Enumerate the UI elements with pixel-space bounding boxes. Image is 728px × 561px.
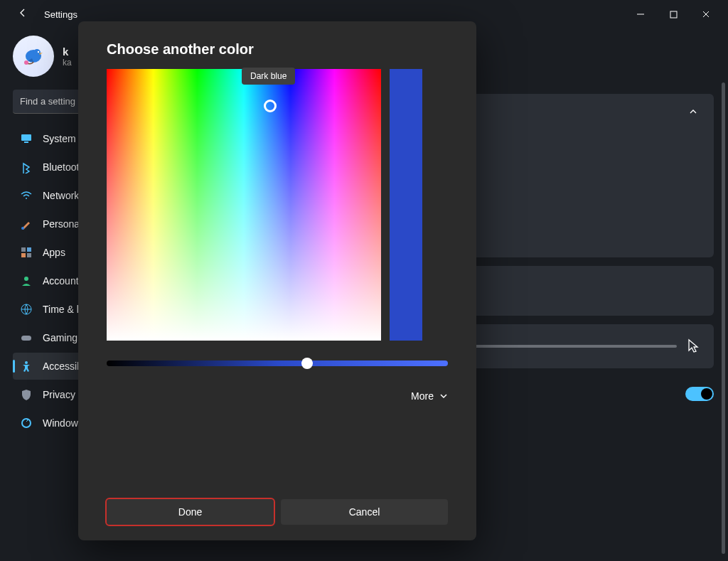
svg-point-12 xyxy=(24,277,28,281)
value-slider-thumb[interactable] xyxy=(301,358,313,369)
done-button[interactable]: Done xyxy=(107,499,274,525)
dialog-title: Choose another color xyxy=(107,41,448,58)
sidebar-item-label: Apps xyxy=(43,247,65,258)
svg-point-15 xyxy=(25,361,28,364)
gamepad-icon xyxy=(20,331,33,344)
svg-point-16 xyxy=(22,419,31,427)
minimize-button[interactable] xyxy=(624,3,657,26)
scrollbar[interactable] xyxy=(722,82,725,554)
window-controls xyxy=(624,3,722,26)
value-slider[interactable] xyxy=(107,360,448,366)
wifi-icon xyxy=(20,189,33,202)
color-field[interactable]: Dark blue xyxy=(107,69,381,341)
maximize-button[interactable] xyxy=(657,3,690,26)
svg-rect-9 xyxy=(27,247,31,252)
svg-point-2 xyxy=(33,49,41,56)
cursor-preview-icon xyxy=(687,338,700,354)
chevron-down-icon xyxy=(439,392,448,400)
svg-rect-14 xyxy=(21,336,31,341)
touch-toggle[interactable] xyxy=(685,387,714,401)
svg-rect-10 xyxy=(21,253,26,257)
avatar xyxy=(13,36,54,77)
svg-rect-6 xyxy=(24,141,28,143)
svg-point-7 xyxy=(21,227,24,230)
svg-rect-11 xyxy=(27,253,31,257)
chevron-up-icon[interactable] xyxy=(688,107,698,119)
svg-rect-5 xyxy=(21,134,31,141)
close-button[interactable] xyxy=(690,3,722,26)
svg-point-4 xyxy=(24,60,28,65)
back-button[interactable] xyxy=(14,8,31,21)
more-button[interactable]: More xyxy=(107,390,448,402)
svg-rect-8 xyxy=(21,247,26,252)
profile-name: k xyxy=(63,46,72,58)
svg-point-3 xyxy=(38,51,39,53)
color-picker-dialog: Choose another color Dark blue More Done… xyxy=(78,21,476,540)
search-placeholder: Find a setting xyxy=(20,96,75,107)
back-icon xyxy=(18,8,28,18)
shield-icon xyxy=(20,388,33,401)
update-icon xyxy=(20,417,33,429)
bluetooth-icon xyxy=(20,161,33,173)
avatar-bird-icon xyxy=(19,42,48,70)
accessibility-icon xyxy=(20,360,33,373)
system-icon xyxy=(20,132,33,145)
maximize-icon xyxy=(670,11,678,18)
user-icon xyxy=(20,274,33,287)
sidebar-item-label: Gaming xyxy=(43,332,77,343)
cancel-button[interactable]: Cancel xyxy=(281,499,448,525)
sidebar-item-label: Accounts xyxy=(43,275,84,287)
apps-icon xyxy=(20,246,33,259)
globe-icon xyxy=(20,303,33,316)
brush-icon xyxy=(20,218,33,230)
close-icon xyxy=(702,10,710,18)
color-tooltip: Dark blue xyxy=(242,68,295,85)
svg-rect-0 xyxy=(670,11,677,18)
window-title: Settings xyxy=(44,9,77,20)
sidebar-item-label: System xyxy=(43,133,76,144)
minimize-icon xyxy=(636,10,645,18)
color-preview-bar xyxy=(390,69,422,341)
color-cursor[interactable] xyxy=(264,100,277,112)
profile-email: ka xyxy=(63,58,72,68)
